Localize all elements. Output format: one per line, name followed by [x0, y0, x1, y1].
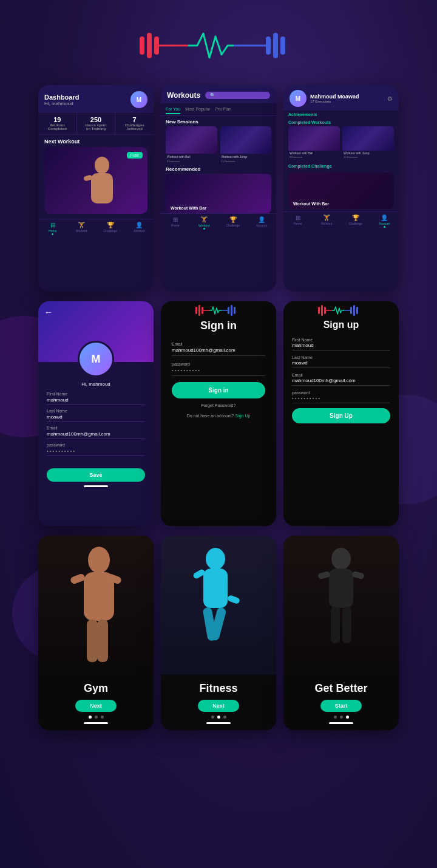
get-better-title: Get Better: [314, 682, 367, 695]
nav-account-label: Account: [134, 229, 144, 233]
get-better-figure: [283, 536, 399, 682]
nav-home-w[interactable]: ⊞ Home: [161, 216, 190, 230]
nav-challenge-w[interactable]: 🏆 Challenge: [218, 216, 248, 230]
dot-2g: [340, 716, 343, 719]
completed-card-1-exercises: 9 Exercises: [288, 155, 340, 159]
svg-rect-14: [202, 307, 203, 314]
password-label-5: password: [172, 362, 265, 366]
email-value-4[interactable]: mahmoud100mh@gmail.com: [47, 431, 145, 439]
svg-point-34: [206, 548, 225, 570]
completed-card-1[interactable]: Workout with Ball 9 Exercises: [288, 126, 340, 159]
gym-title: Gym: [84, 682, 108, 695]
workout-card[interactable]: Free: [44, 147, 147, 214]
session-card-2[interactable]: Workout with Jump 11 Exercises: [220, 126, 272, 164]
password-input-6[interactable]: ••••••••••: [292, 395, 390, 403]
back-button[interactable]: ←: [44, 307, 53, 317]
gym-figure: [38, 536, 154, 682]
nav-workout-w[interactable]: 🏋 Workout: [190, 216, 219, 230]
nav-challenge-label: Challenge: [103, 229, 117, 233]
email-input-5[interactable]: mahmoud100mh@gmail.com: [172, 347, 265, 356]
first-name-input-6[interactable]: mahmoud: [292, 343, 390, 350]
get-better-text-area: Get Better Start: [283, 675, 399, 730]
email-label-6: Email: [292, 373, 390, 377]
session-card-1[interactable]: Workout with Ball 9 Exercises: [166, 126, 217, 164]
completed-workouts-label: Completed Workouts: [288, 120, 394, 125]
search-bar[interactable]: 🔍: [205, 92, 270, 99]
fitness-title: Fitness: [199, 682, 237, 695]
gym-next-button[interactable]: Next: [75, 700, 117, 712]
dot-1: [89, 716, 92, 719]
nav-account[interactable]: 👤 Account: [125, 222, 154, 235]
nav-home-a[interactable]: ⊞ Home: [283, 214, 313, 228]
fitness-next-button[interactable]: Next: [198, 700, 239, 712]
home-indicator: [84, 485, 108, 487]
recommended-label: Recommended: [166, 164, 271, 174]
stats-row: 19 WorkoutCompleted 250 Hours spenton Tr…: [38, 112, 154, 135]
achievements-label: Achievements: [283, 111, 399, 118]
last-name-value[interactable]: moawd: [47, 414, 145, 422]
tab-most-popular[interactable]: Most Popular: [185, 107, 210, 114]
recommended-card[interactable]: Workout With Bar: [166, 174, 271, 213]
svg-rect-18: [231, 305, 232, 316]
forgot-password-link[interactable]: Forget Password?: [172, 403, 265, 408]
svg-rect-6: [273, 33, 278, 58]
next-workout-label: Next Workout: [38, 135, 154, 147]
nav-home[interactable]: ⊞ Home: [38, 222, 67, 235]
completed-card-2-exercises: 11 Exercises: [342, 155, 394, 159]
last-name-label: Last Name: [47, 409, 145, 413]
nav-workout[interactable]: 🏋 Workout: [67, 222, 97, 235]
tab-pro-plan[interactable]: Pro Plan: [215, 107, 231, 114]
svg-rect-0: [140, 36, 144, 55]
challenge-icon-a: 🏆: [352, 214, 359, 221]
tab-for-you[interactable]: For You: [166, 107, 180, 114]
app-logo: [134, 24, 303, 67]
nav-challenge-a[interactable]: 🏆 Challenge: [341, 214, 370, 228]
challenge-card-name: Workout With Bar: [293, 202, 329, 206]
signup-form: First Name mahmoud Last Name moawd Email…: [283, 338, 399, 423]
nav-account-a[interactable]: 👤 Account: [370, 214, 399, 228]
completed-card-2[interactable]: Workout with Jump 11 Exercises: [342, 126, 394, 159]
nav-workout-a[interactable]: 🏋 Workout: [313, 214, 342, 228]
email-input-6[interactable]: mahmoud100mh@gmail.com: [292, 378, 390, 386]
settings-icon[interactable]: ⚙: [387, 95, 393, 102]
signup-logo-svg: [317, 304, 365, 317]
screen-get-better: Get Better Start: [283, 536, 399, 730]
row1-screens: Dashboard Hi, mahmoud M 19 WorkoutComple…: [0, 85, 437, 292]
nav-challenge-label-w: Challenge: [226, 224, 240, 227]
dot-3g: [346, 716, 349, 719]
no-account-text: Do not have an account? Sign Up: [172, 414, 265, 418]
save-button[interactable]: Save: [47, 468, 145, 482]
screen-fitness: Fitness Next: [161, 536, 276, 730]
svg-rect-17: [228, 307, 229, 314]
signup-button[interactable]: Sign Up: [292, 408, 390, 423]
fitness-figure: [161, 536, 276, 682]
password-value-4[interactable]: ••••••••••: [47, 448, 145, 456]
challenge-card[interactable]: Workout With Bar: [288, 173, 394, 209]
new-sessions-cards: Workout with Ball 9 Exercises Workout wi…: [161, 126, 276, 164]
get-better-start-button[interactable]: Start: [320, 700, 362, 712]
completed-workout-cards: Workout with Ball 9 Exercises Workout wi…: [288, 126, 394, 159]
nav-home-label-w: Home: [171, 224, 179, 227]
signup-link[interactable]: Sign Up: [235, 414, 250, 418]
nav-challenge[interactable]: 🏆 Challenge: [96, 222, 125, 235]
svg-rect-32: [87, 620, 98, 662]
recommended-section: Recommended Workout With Bar: [161, 164, 276, 213]
nav-home-label: Home: [49, 229, 56, 233]
stat-challenges: 7 ChallengesAchieved: [115, 112, 154, 134]
nav-account-label-a: Account: [379, 222, 390, 225]
fitness-silhouette-svg: [182, 542, 255, 682]
fitness-image: [161, 536, 276, 682]
svg-point-8: [95, 157, 109, 174]
last-name-input-6[interactable]: moawd: [292, 360, 390, 368]
password-input-5[interactable]: ••••••••••: [172, 367, 265, 376]
svg-rect-44: [331, 607, 340, 643]
nav-account-w[interactable]: 👤 Account: [248, 216, 277, 230]
nav-account-label-w: Account: [256, 224, 267, 227]
nav-active-dot: [52, 233, 53, 235]
stat-workout: 19 WorkoutCompleted: [38, 112, 77, 134]
signin-button[interactable]: Sign in: [172, 382, 265, 398]
gym-silhouette-svg: [59, 542, 132, 682]
first-name-value[interactable]: mahmoud: [47, 397, 145, 405]
user-avatar-3: M: [290, 90, 307, 107]
dot-1g: [334, 716, 337, 719]
